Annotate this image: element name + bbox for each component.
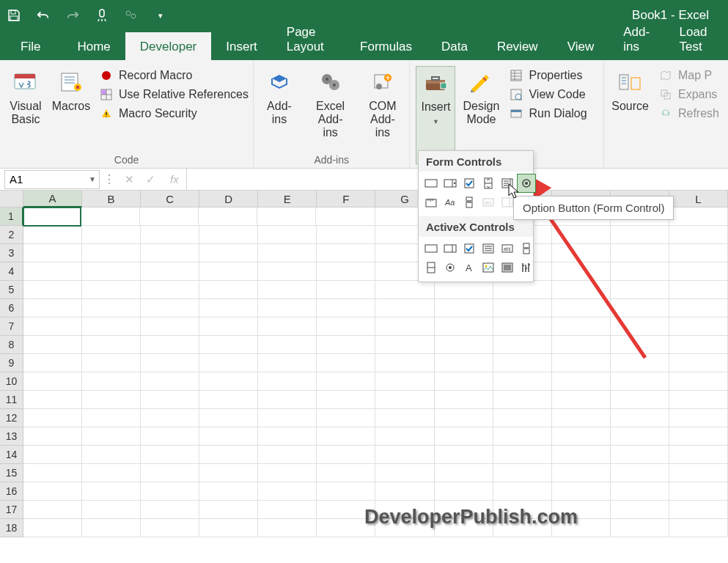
cell[interactable] bbox=[552, 281, 611, 299]
tab-view[interactable]: View bbox=[553, 32, 609, 60]
form-groupbox-icon[interactable]: xyz bbox=[422, 193, 441, 212]
cell[interactable] bbox=[611, 336, 669, 354]
cell[interactable] bbox=[669, 317, 728, 336]
visual-basic-button[interactable]: Visual Basic bbox=[6, 66, 45, 152]
cell[interactable] bbox=[82, 226, 141, 244]
cell[interactable] bbox=[199, 391, 258, 409]
row-header[interactable]: 16 bbox=[0, 482, 23, 501]
cell[interactable] bbox=[199, 501, 258, 519]
cell[interactable] bbox=[199, 427, 258, 446]
cell[interactable] bbox=[199, 464, 258, 482]
cell[interactable] bbox=[375, 299, 434, 317]
cell[interactable] bbox=[258, 464, 317, 482]
cell[interactable] bbox=[23, 226, 82, 244]
col-header-A[interactable]: A bbox=[23, 191, 82, 207]
cell[interactable] bbox=[493, 281, 552, 299]
cell[interactable] bbox=[669, 207, 728, 226]
map-properties-button[interactable]: Map P bbox=[656, 67, 722, 84]
row-header[interactable]: 13 bbox=[0, 427, 23, 446]
cell[interactable] bbox=[82, 354, 141, 372]
form-spinner-icon[interactable] bbox=[479, 174, 498, 193]
row-header[interactable]: 18 bbox=[0, 519, 23, 537]
cell[interactable] bbox=[257, 207, 316, 226]
com-addins-button[interactable]: COM Add-ins bbox=[361, 66, 403, 152]
cell[interactable] bbox=[258, 317, 317, 336]
ax-checkbox-icon[interactable] bbox=[460, 239, 479, 258]
cell[interactable] bbox=[611, 391, 669, 409]
cell[interactable] bbox=[317, 446, 375, 464]
cell[interactable] bbox=[199, 226, 258, 244]
cell[interactable] bbox=[435, 391, 493, 409]
cancel-icon[interactable]: ✕ bbox=[125, 173, 134, 186]
cell[interactable] bbox=[375, 446, 434, 464]
cell[interactable] bbox=[258, 336, 317, 354]
tab-developer[interactable]: Developer bbox=[125, 32, 212, 60]
row-header[interactable]: 14 bbox=[0, 446, 23, 464]
cell[interactable] bbox=[669, 519, 728, 537]
tab-page-layout[interactable]: Page Layout bbox=[272, 18, 345, 60]
row-header[interactable]: 7 bbox=[0, 317, 23, 336]
cell[interactable] bbox=[258, 391, 317, 409]
cell[interactable] bbox=[199, 409, 258, 427]
redo-icon[interactable] bbox=[66, 9, 79, 22]
chevron-down-icon[interactable]: ▼ bbox=[89, 175, 96, 183]
cell[interactable] bbox=[82, 262, 141, 281]
cell[interactable] bbox=[258, 354, 317, 372]
cell[interactable] bbox=[317, 281, 375, 299]
cell[interactable] bbox=[141, 354, 199, 372]
cell[interactable] bbox=[141, 336, 199, 354]
cell[interactable] bbox=[258, 519, 317, 537]
cell[interactable] bbox=[141, 226, 199, 244]
cell[interactable] bbox=[23, 391, 82, 409]
cell[interactable] bbox=[23, 427, 82, 446]
cell[interactable] bbox=[23, 482, 82, 501]
cell[interactable] bbox=[669, 409, 728, 427]
cell[interactable] bbox=[669, 372, 728, 391]
cell[interactable] bbox=[317, 299, 375, 317]
ax-label-icon[interactable]: A bbox=[460, 258, 479, 277]
cell[interactable] bbox=[493, 391, 552, 409]
cell[interactable] bbox=[141, 519, 199, 537]
cell[interactable] bbox=[493, 336, 552, 354]
cell[interactable] bbox=[669, 262, 728, 281]
tab-formulas[interactable]: Formulas bbox=[345, 32, 427, 60]
cell[interactable] bbox=[552, 226, 611, 244]
cell[interactable] bbox=[199, 482, 258, 501]
form-listbox-icon[interactable] bbox=[498, 174, 517, 193]
cell[interactable] bbox=[611, 372, 669, 391]
addins-button[interactable]: Add- ins bbox=[260, 66, 299, 152]
row-header[interactable]: 8 bbox=[0, 336, 23, 354]
cell[interactable] bbox=[435, 336, 493, 354]
use-relative-references-button[interactable]: Use Relative References bbox=[97, 87, 251, 103]
name-box[interactable]: A1 ▼ bbox=[4, 170, 100, 189]
cell[interactable] bbox=[493, 482, 552, 501]
cell[interactable] bbox=[317, 244, 375, 262]
cell[interactable] bbox=[23, 409, 82, 427]
cell[interactable] bbox=[611, 317, 669, 336]
cell[interactable] bbox=[23, 446, 82, 464]
cell[interactable] bbox=[669, 464, 728, 482]
ax-togglebutton-icon[interactable] bbox=[498, 258, 517, 277]
cell[interactable] bbox=[435, 427, 493, 446]
refresh-button[interactable]: Refresh bbox=[656, 106, 722, 122]
cell[interactable] bbox=[375, 464, 434, 482]
col-header-F[interactable]: F bbox=[317, 191, 375, 207]
cell[interactable] bbox=[435, 482, 493, 501]
cell[interactable] bbox=[317, 464, 375, 482]
cell[interactable] bbox=[493, 446, 552, 464]
ax-combobox-icon[interactable] bbox=[441, 239, 460, 258]
select-all-button[interactable] bbox=[0, 191, 23, 207]
form-label-icon[interactable]: Aa bbox=[441, 193, 460, 212]
cell[interactable] bbox=[669, 501, 728, 519]
cell[interactable] bbox=[141, 262, 199, 281]
view-code-button[interactable]: View Code bbox=[507, 87, 589, 103]
cell[interactable] bbox=[552, 317, 611, 336]
row-header[interactable]: 12 bbox=[0, 409, 23, 427]
col-header-C[interactable]: C bbox=[141, 191, 199, 207]
cell[interactable] bbox=[669, 336, 728, 354]
cell[interactable] bbox=[552, 354, 611, 372]
touch-mouse-icon[interactable] bbox=[95, 9, 109, 22]
cell[interactable] bbox=[258, 372, 317, 391]
cell[interactable] bbox=[669, 446, 728, 464]
cell[interactable] bbox=[669, 299, 728, 317]
